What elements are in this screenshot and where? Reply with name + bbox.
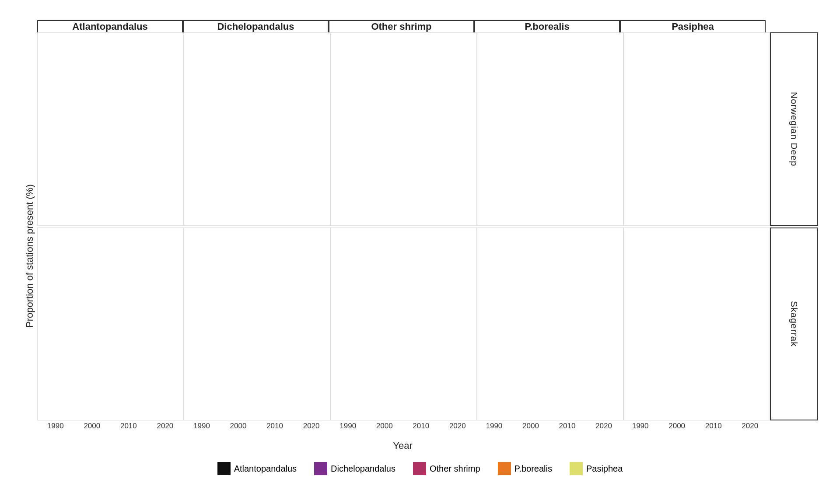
legend-pasiphea: Pasiphea <box>570 462 623 475</box>
row-label-norwegian-deep: Norwegian Deep <box>770 32 818 226</box>
legend-swatch-dichelopandalus <box>314 462 327 475</box>
plot-sk-pasiphea <box>623 228 770 421</box>
chart-container: Atlantopandalus Dichelopandalus Other sh… <box>22 20 818 484</box>
plot-nd-dicho <box>184 32 330 226</box>
x-ticks-dic: 1990200020102020 <box>183 420 329 440</box>
header-atlantopandalus: Atlantopandalus <box>37 20 183 32</box>
plot-nd-pborealis <box>477 32 623 226</box>
x-ticks-pbor: 1990200020102020 <box>476 420 622 440</box>
plot-sk-pborealis <box>477 228 623 421</box>
x-ticks-atl: 1990200020102020 <box>37 420 183 440</box>
header-dichelopandalus: Dichelopandalus <box>183 20 329 32</box>
legend-label-pborealis: P.borealis <box>514 464 552 474</box>
plot-sk-other <box>330 228 477 421</box>
header-pborealis: P.borealis <box>474 20 620 32</box>
header-other-shrimp: Other shrimp <box>329 20 474 32</box>
header-pasiphea: Pasiphea <box>620 20 766 32</box>
y-axis-label: Proportion of stations present (%) <box>22 32 37 453</box>
legend: Atlantopandalus Dichelopandalus Other sh… <box>22 453 818 484</box>
x-ticks-oth: 1990200020102020 <box>329 420 476 440</box>
x-ticks-pas: 1990200020102020 <box>622 420 768 440</box>
x-axis-row: 1990200020102020 1990200020102020 199020… <box>37 420 768 440</box>
plot-nd-atlantopandalus <box>37 32 184 226</box>
legend-label-pasiphea: Pasiphea <box>586 464 623 474</box>
legend-label-other-shrimp: Other shrimp <box>430 464 480 474</box>
legend-swatch-pasiphea <box>570 462 583 475</box>
row-label-skagerrak: Skagerrak <box>770 228 818 421</box>
legend-swatch-pborealis <box>498 462 511 475</box>
legend-dichelopandalus: Dichelopandalus <box>314 462 396 475</box>
x-axis-title: Year <box>37 440 768 452</box>
legend-other-shrimp: Other shrimp <box>413 462 480 475</box>
legend-label-dichelopandalus: Dichelopandalus <box>331 464 396 474</box>
legend-label-atlantopandalus: Atlantopandalus <box>234 464 297 474</box>
legend-swatch-atlantopandalus <box>217 462 231 475</box>
plot-sk-dicho <box>184 228 330 421</box>
legend-atlantopandalus: Atlantopandalus <box>217 462 297 475</box>
legend-pborealis: P.borealis <box>498 462 552 475</box>
plot-sk-atlantopandalus <box>37 228 184 421</box>
plot-nd-pasiphea <box>623 32 770 226</box>
plot-nd-other <box>330 32 477 226</box>
legend-swatch-other-shrimp <box>413 462 426 475</box>
